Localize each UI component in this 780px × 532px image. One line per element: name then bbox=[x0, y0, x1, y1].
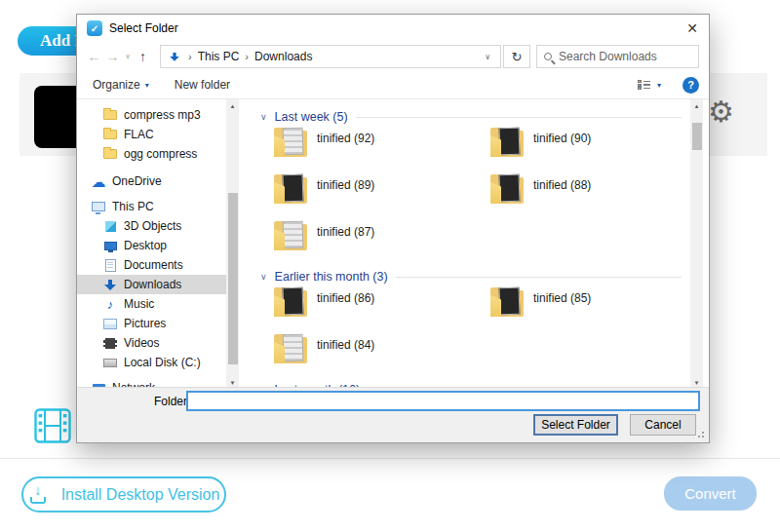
folder-item-label: tinified (92) bbox=[317, 132, 374, 145]
sidebar-label: 3D Objects bbox=[124, 219, 181, 233]
sidebar-label: Videos bbox=[124, 336, 159, 350]
dialog-toolbar: Organize ▾ New folder ▾ ? bbox=[77, 71, 709, 99]
sidebar-label: Downloads bbox=[124, 278, 181, 291]
folder-thumbnail-icon bbox=[489, 127, 526, 158]
install-desktop-version-button[interactable]: ↓ Install Desktop Version bbox=[21, 476, 226, 513]
folder-item-label: tinified (89) bbox=[317, 178, 374, 192]
folder-icon bbox=[102, 127, 118, 142]
app-icon: ✓ bbox=[87, 20, 102, 36]
sidebar-item-pictures[interactable]: Pictures bbox=[77, 314, 239, 333]
scrollbar-thumb[interactable] bbox=[692, 123, 702, 150]
folder-item-tinified-86[interactable]: tinified (86) bbox=[273, 286, 489, 333]
breadcrumb-this-pc[interactable]: This PC bbox=[198, 50, 240, 63]
back-icon[interactable]: ← bbox=[85, 49, 103, 64]
sidebar-item-this-pc[interactable]: This PC bbox=[77, 197, 239, 216]
disk-icon bbox=[102, 355, 118, 370]
monitor-icon bbox=[91, 199, 106, 214]
download-icon: ↓ bbox=[28, 485, 48, 504]
group-header-earlier-this-month[interactable]: ∨ Earlier this month (3) bbox=[254, 267, 685, 286]
folder-item-label: tinified (88) bbox=[533, 178, 591, 192]
scrollbar-thumb[interactable] bbox=[228, 193, 238, 364]
sidebar-item-onedrive[interactable]: ☁ OneDrive bbox=[77, 171, 239, 191]
sidebar-label: compress mp3 bbox=[124, 108, 201, 122]
music-note-icon: ♪ bbox=[102, 296, 118, 312]
sidebar-label: Pictures bbox=[124, 317, 166, 330]
folder-item-tinified-90[interactable]: tinified (90) bbox=[489, 127, 685, 173]
scroll-up-icon[interactable]: ▲ bbox=[226, 99, 239, 112]
scroll-up-icon[interactable]: ▲ bbox=[690, 99, 703, 112]
file-list-scrollbar[interactable]: ▲ ▼ bbox=[690, 99, 703, 389]
address-bar-row: ← → ∨ ↑ › This PC › Downloads ∨ ↻ bbox=[77, 42, 709, 71]
address-dropdown-icon[interactable]: ∨ bbox=[481, 53, 494, 61]
dialog-footer: Folder: Select Folder Cancel bbox=[77, 387, 709, 442]
group-label: Earlier this month (3) bbox=[275, 270, 388, 284]
folder-thumbnail-icon bbox=[273, 220, 310, 251]
organize-label: Organize bbox=[93, 78, 140, 92]
up-icon[interactable]: ↑ bbox=[134, 49, 152, 64]
group-header-last-week[interactable]: ∨ Last week (5) bbox=[254, 107, 685, 127]
folder-item-label: tinified (90) bbox=[533, 132, 591, 145]
recent-locations-icon[interactable]: ∨ bbox=[122, 53, 134, 60]
folder-thumbnail-icon bbox=[273, 286, 310, 318]
breadcrumb-separator: › bbox=[245, 51, 249, 62]
sidebar-item-music[interactable]: ♪ Music bbox=[77, 294, 239, 314]
downloads-location-icon bbox=[169, 51, 181, 63]
folder-icon bbox=[102, 107, 118, 123]
folder-item-tinified-92[interactable]: tinified (92) bbox=[273, 127, 489, 173]
view-options-icon[interactable] bbox=[638, 79, 651, 91]
picture-icon bbox=[102, 316, 118, 331]
resize-grip[interactable] bbox=[702, 436, 704, 437]
cancel-button[interactable]: Cancel bbox=[630, 414, 696, 436]
sidebar-label: Music bbox=[124, 297, 154, 311]
folder-item-tinified-84[interactable]: tinified (84) bbox=[273, 333, 489, 380]
sidebar-item-local-disk-c[interactable]: Local Disk (C:) bbox=[77, 353, 239, 372]
dialog-titlebar[interactable]: ✓ Select Folder ✕ bbox=[77, 15, 709, 42]
new-folder-button[interactable]: New folder bbox=[175, 78, 230, 92]
page-divider bbox=[0, 458, 780, 459]
sidebar-item-desktop[interactable]: Desktop bbox=[77, 236, 239, 255]
group-divider bbox=[356, 117, 682, 118]
dialog-title: Select Folder bbox=[109, 21, 178, 35]
folder-item-tinified-87[interactable]: tinified (87) bbox=[273, 220, 489, 267]
sidebar-item-3d-objects[interactable]: 3D Objects bbox=[77, 216, 239, 236]
sidebar-item-videos[interactable]: Videos bbox=[77, 333, 239, 353]
folder-thumbnail-icon bbox=[489, 173, 526, 205]
folder-item-tinified-89[interactable]: tinified (89) bbox=[273, 173, 489, 220]
cloud-icon: ☁ bbox=[91, 173, 106, 189]
sidebar-item-ogg-compress[interactable]: ogg compress bbox=[77, 144, 239, 164]
sidebar-item-flac[interactable]: FLAC bbox=[77, 125, 239, 144]
address-box[interactable]: › This PC › Downloads ∨ bbox=[160, 45, 501, 68]
folder-thumbnail-icon bbox=[273, 127, 310, 158]
folder-icon bbox=[102, 146, 118, 162]
sidebar-item-documents[interactable]: Documents bbox=[77, 255, 239, 275]
convert-button[interactable]: Convert bbox=[664, 476, 757, 511]
folder-item-label: tinified (84) bbox=[317, 338, 374, 352]
install-label: Install Desktop Version bbox=[61, 486, 220, 504]
sidebar-label: Local Disk (C:) bbox=[124, 356, 201, 369]
refresh-icon[interactable]: ↻ bbox=[503, 45, 530, 68]
forward-icon[interactable]: → bbox=[103, 49, 122, 64]
sidebar-label: This PC bbox=[112, 200, 154, 213]
folder-item-tinified-88[interactable]: tinified (88) bbox=[489, 173, 685, 220]
view-options-caret-icon[interactable]: ▾ bbox=[657, 81, 661, 90]
search-input[interactable] bbox=[559, 50, 691, 63]
dialog-body: compress mp3 FLAC ogg compress ☁ OneDriv… bbox=[77, 99, 709, 389]
organize-menu[interactable]: Organize ▾ bbox=[93, 78, 149, 92]
file-list: ∨ Last week (5) tinified (92) tinified (… bbox=[239, 99, 709, 389]
sidebar-item-downloads[interactable]: Downloads bbox=[77, 275, 239, 294]
folder-item-tinified-85[interactable]: tinified (85) bbox=[489, 286, 685, 333]
gear-icon[interactable]: ⚙ bbox=[708, 97, 734, 127]
search-box[interactable] bbox=[536, 45, 699, 68]
cube-icon bbox=[102, 218, 118, 234]
help-icon[interactable]: ? bbox=[682, 77, 699, 94]
close-icon[interactable]: ✕ bbox=[676, 16, 709, 41]
desktop-icon bbox=[102, 238, 118, 253]
breadcrumb-downloads[interactable]: Downloads bbox=[254, 50, 312, 63]
chevron-down-icon: ∨ bbox=[260, 272, 267, 282]
sidebar-label: ogg compress bbox=[124, 147, 197, 161]
folder-item-label: tinified (85) bbox=[533, 291, 591, 305]
sidebar-item-compress-mp3[interactable]: compress mp3 bbox=[77, 105, 239, 125]
folder-name-input[interactable] bbox=[186, 391, 700, 411]
select-folder-button[interactable]: Select Folder bbox=[533, 414, 618, 436]
sidebar-scrollbar[interactable]: ▲ ▼ bbox=[226, 99, 239, 389]
